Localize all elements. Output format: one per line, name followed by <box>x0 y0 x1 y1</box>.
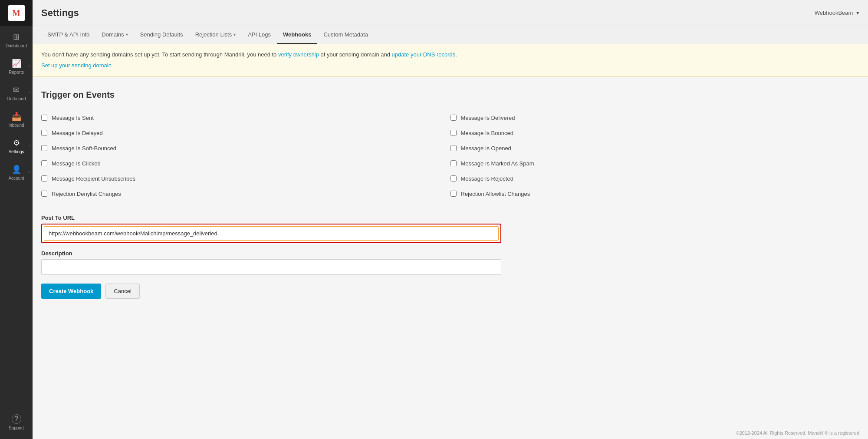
tab-webhooks[interactable]: Webhooks <box>277 26 318 44</box>
checkbox-msg-unsubscribed[interactable] <box>41 175 47 182</box>
settings-icon: ⚙ <box>13 138 20 148</box>
event-msg-clicked[interactable]: Message Is Clicked <box>41 156 450 171</box>
checkbox-rejection-denylist[interactable] <box>41 191 47 197</box>
sidebar-item-label: Inbound <box>8 123 24 128</box>
tab-custom-metadata[interactable]: Custom Metadata <box>317 26 374 44</box>
description-input[interactable] <box>41 259 501 275</box>
tab-sending-defaults[interactable]: Sending Defaults <box>134 26 189 44</box>
post-to-url-label: Post To URL <box>41 215 501 221</box>
reports-icon: 📈 <box>12 59 21 68</box>
event-rejection-denylist[interactable]: Rejection Denylist Changes <box>41 186 450 201</box>
update-dns-link[interactable]: update your DNS records <box>392 51 456 58</box>
sidebar-item-reports[interactable]: 📈 Reports › <box>0 53 33 79</box>
alert-banner: You don't have any sending domains set u… <box>33 44 868 77</box>
sidebar-item-label: Outbound <box>7 96 26 101</box>
sidebar: M ⊞ Dashboard 📈 Reports › ✉ Outbound › 📥… <box>0 0 33 439</box>
event-msg-rejected[interactable]: Message Is Rejected <box>450 171 860 186</box>
sidebar-item-dashboard[interactable]: ⊞ Dashboard <box>0 26 33 53</box>
verify-ownership-link[interactable]: verify ownership <box>278 51 319 58</box>
event-rejection-allowlist[interactable]: Rejection Allowlist Changes <box>450 186 860 201</box>
sidebar-item-account[interactable]: 👤 Account › <box>0 158 33 185</box>
url-input[interactable] <box>44 226 499 241</box>
sidebar-item-label: Reports <box>9 70 24 75</box>
events-grid: Message Is Sent Message Is Delivered Mes… <box>41 110 859 201</box>
event-msg-bounced[interactable]: Message Is Bounced <box>450 125 860 141</box>
sidebar-bottom: ? Support <box>0 408 33 439</box>
section-title: Trigger on Events <box>41 90 859 100</box>
sidebar-logo: M <box>0 0 33 26</box>
event-msg-delayed[interactable]: Message Is Delayed <box>41 125 450 141</box>
sidebar-item-label: Account <box>8 176 24 181</box>
tab-domains[interactable]: Domains ▾ <box>95 26 134 44</box>
account-icon: 👤 <box>12 165 21 174</box>
url-container <box>41 224 501 243</box>
event-msg-spam[interactable]: Message Is Marked As Spam <box>450 156 860 171</box>
sidebar-item-inbound[interactable]: 📥 Inbound <box>0 106 33 132</box>
checkbox-msg-delayed[interactable] <box>41 130 47 136</box>
checkbox-msg-bounced[interactable] <box>450 130 457 136</box>
event-msg-delivered[interactable]: Message Is Delivered <box>450 110 860 125</box>
event-msg-unsubscribed[interactable]: Message Recipient Unsubscribes <box>41 171 450 186</box>
user-menu[interactable]: WebhookBeam ▾ <box>813 10 859 16</box>
footer-text: ©2012-2024 All Rights Reserved. Mandrill… <box>736 430 859 436</box>
sidebar-item-outbound[interactable]: ✉ Outbound › <box>0 79 33 106</box>
event-msg-soft-bounced[interactable]: Message Is Soft-Bounced <box>41 141 450 156</box>
tab-api-logs[interactable]: API Logs <box>242 26 277 44</box>
alert-setup-link-line: Set up your sending domain <box>41 61 859 70</box>
footer: ©2012-2024 All Rights Reserved. Mandrill… <box>727 427 868 439</box>
content-area: You don't have any sending domains set u… <box>33 44 868 439</box>
cancel-button[interactable]: Cancel <box>105 284 139 299</box>
chevron-down-icon: ▾ <box>126 32 128 37</box>
chevron-right-icon: › <box>29 143 30 148</box>
checkbox-msg-soft-bounced[interactable] <box>41 145 47 151</box>
alert-text: You don't have any sending domains set u… <box>41 50 859 59</box>
create-webhook-button[interactable]: Create Webhook <box>41 284 101 299</box>
checkbox-rejection-allowlist[interactable] <box>450 191 457 197</box>
sidebar-item-label: Settings <box>8 149 24 154</box>
checkbox-msg-rejected[interactable] <box>450 175 457 182</box>
description-group: Description <box>41 250 501 275</box>
logo-icon: M <box>8 5 25 21</box>
chevron-down-icon: ▾ <box>856 10 859 16</box>
chevron-right-icon: › <box>29 90 30 95</box>
dashboard-icon: ⊞ <box>13 32 20 42</box>
sidebar-item-label: Dashboard <box>6 43 27 48</box>
sidebar-item-settings[interactable]: ⚙ Settings › <box>0 132 33 158</box>
checkbox-msg-sent[interactable] <box>41 115 47 121</box>
sidebar-item-label: Support <box>9 426 24 430</box>
checkbox-msg-spam[interactable] <box>450 160 457 166</box>
top-header: Settings WebhookBeam ▾ <box>33 0 868 26</box>
event-msg-opened[interactable]: Message Is Opened <box>450 141 860 156</box>
tab-rejection-lists[interactable]: Rejection Lists ▾ <box>189 26 242 44</box>
checkbox-msg-clicked[interactable] <box>41 160 47 166</box>
setup-sending-domain-link[interactable]: Set up your sending domain <box>41 62 112 69</box>
chevron-down-icon: ▾ <box>233 32 236 37</box>
form-area: Trigger on Events Message Is Sent Messag… <box>33 77 868 307</box>
checkbox-msg-delivered[interactable] <box>450 115 457 121</box>
sidebar-item-support[interactable]: ? Support <box>0 408 33 435</box>
page-title: Settings <box>41 7 79 19</box>
event-msg-sent[interactable]: Message Is Sent <box>41 110 450 125</box>
support-icon: ? <box>12 414 21 424</box>
post-to-url-group: Post To URL <box>41 215 501 243</box>
nav-tabs: SMTP & API Info Domains ▾ Sending Defaul… <box>33 26 868 44</box>
outbound-icon: ✉ <box>13 85 20 95</box>
checkbox-msg-opened[interactable] <box>450 145 457 151</box>
description-label: Description <box>41 250 501 257</box>
user-name: WebhookBeam <box>815 10 853 16</box>
chevron-right-icon: › <box>29 170 30 174</box>
inbound-icon: 📥 <box>12 112 21 121</box>
tab-smtp-api[interactable]: SMTP & API Info <box>41 26 95 44</box>
chevron-right-icon: › <box>29 64 30 68</box>
main-content: Settings WebhookBeam ▾ SMTP & API Info D… <box>33 0 868 439</box>
button-row: Create Webhook Cancel <box>41 284 859 299</box>
